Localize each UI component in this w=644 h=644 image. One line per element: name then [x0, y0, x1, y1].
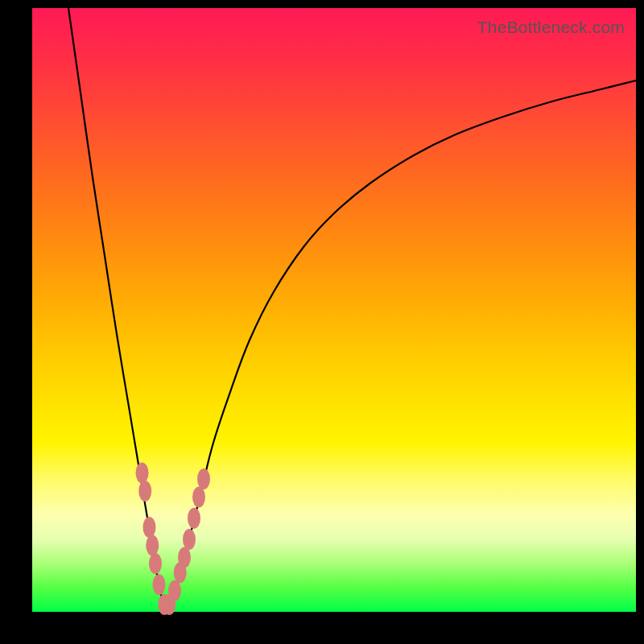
marker-11 — [183, 529, 196, 550]
marker-14 — [197, 469, 210, 489]
marker-10 — [178, 547, 191, 568]
chart-frame: TheBottleneck.com — [0, 0, 644, 644]
curve-group — [68, 8, 636, 609]
marker-13 — [192, 487, 205, 508]
marker-1 — [138, 481, 151, 502]
marker-12 — [188, 508, 200, 529]
chart-plot-area: TheBottleneck.com — [32, 8, 636, 612]
marker-8 — [168, 580, 181, 601]
marker-2 — [143, 517, 156, 538]
bottleneck-curve — [32, 8, 636, 612]
marker-3 — [146, 535, 159, 556]
marker-5 — [153, 574, 166, 595]
marker-group — [136, 463, 211, 616]
marker-4 — [149, 553, 162, 574]
curve-right-branch — [165, 80, 636, 609]
marker-0 — [136, 463, 149, 484]
